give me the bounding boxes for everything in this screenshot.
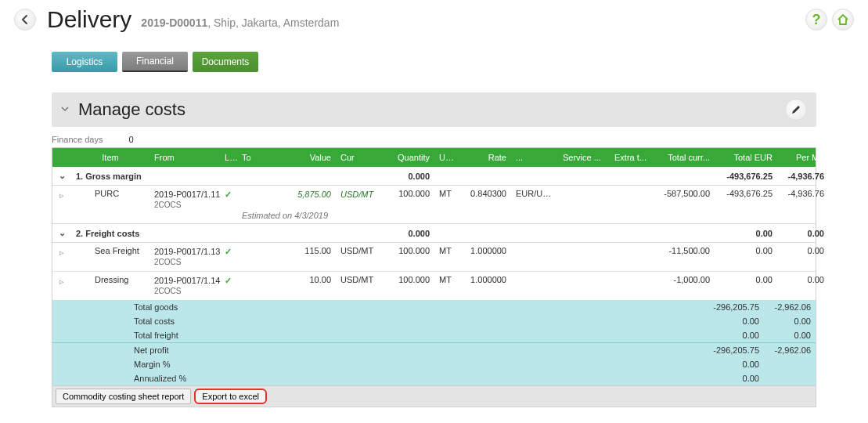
rate-unit: EUR/USD bbox=[511, 189, 558, 198]
value: 115.00 bbox=[281, 246, 336, 255]
summary-pmt: 0.00 bbox=[764, 331, 816, 340]
col-to[interactable]: To bbox=[237, 153, 281, 162]
section-title: Manage costs bbox=[78, 99, 185, 120]
from-line2: 2COCS bbox=[154, 257, 215, 268]
grid-header-row: Item From L... To Value Cur Quantity U..… bbox=[52, 148, 816, 167]
home-button[interactable] bbox=[832, 9, 854, 31]
summary-pmt: 0.00 bbox=[764, 316, 816, 326]
col-rate[interactable]: Rate bbox=[456, 153, 511, 162]
rate: 0.840300 bbox=[456, 189, 511, 198]
chevron-right-icon[interactable]: ▹ bbox=[52, 246, 71, 258]
chevron-down-icon[interactable]: ⌄ bbox=[52, 228, 71, 238]
quantity: 100.000 bbox=[380, 246, 434, 255]
per-mt: 0.00 bbox=[777, 246, 829, 255]
per-mt: -4,936.76 bbox=[777, 189, 829, 198]
estimated-note: Estimated on 4/3/2019 bbox=[242, 211, 328, 220]
from-line1: 2019-P0017/1.13 bbox=[154, 246, 215, 257]
check-icon: ✓ bbox=[225, 246, 232, 257]
summary-total-goods: Total goods -296,205.75 -2,962.06 bbox=[52, 300, 816, 314]
from-line2: 2COCS bbox=[154, 286, 215, 297]
group-row-gross-margin[interactable]: ⌄ 1. Gross margin 0.000 -493,676.25 -4,9… bbox=[52, 167, 816, 186]
summary-eur: 0.00 bbox=[701, 316, 764, 326]
total-curr: -1,000.00 bbox=[652, 275, 715, 284]
group-qty: 0.000 bbox=[380, 172, 434, 181]
col-from[interactable]: From bbox=[149, 153, 220, 162]
col-per-mt[interactable]: Per MT bbox=[777, 153, 829, 162]
unit: MT bbox=[434, 189, 456, 198]
costs-grid: Item From L... To Value Cur Quantity U..… bbox=[52, 147, 816, 386]
back-button[interactable] bbox=[14, 9, 36, 31]
tab-financial[interactable]: Financial bbox=[122, 52, 188, 72]
total-eur: -493,676.25 bbox=[715, 189, 777, 198]
rate: 1.000000 bbox=[456, 275, 511, 284]
total-curr: -587,500.00 bbox=[652, 189, 715, 198]
edit-button[interactable] bbox=[785, 99, 807, 121]
summary-pmt: -2,962.06 bbox=[764, 345, 816, 355]
export-to-excel-button[interactable]: Export to excel bbox=[194, 389, 267, 404]
quantity: 100.000 bbox=[380, 189, 434, 198]
summary-label: Total costs bbox=[134, 316, 267, 326]
col-value[interactable]: Value bbox=[281, 153, 336, 162]
col-total-eur[interactable]: Total EUR bbox=[715, 153, 777, 162]
chevron-down-icon[interactable]: ⌄ bbox=[52, 171, 71, 181]
from-line1: 2019-P0017/1.11 bbox=[154, 189, 215, 200]
group-title: 1. Gross margin bbox=[71, 172, 281, 181]
summary-label: Annualized % bbox=[134, 374, 267, 383]
chevron-right-icon[interactable]: ▹ bbox=[52, 275, 71, 287]
summary-block: Total goods -296,205.75 -2,962.06 Total … bbox=[52, 300, 816, 385]
col-extra[interactable]: Extra t... bbox=[610, 153, 652, 162]
home-icon bbox=[837, 13, 849, 26]
summary-eur: -296,205.75 bbox=[701, 345, 764, 355]
item-name: Dressing bbox=[71, 275, 149, 284]
summary-label: Net profit bbox=[134, 345, 267, 355]
finance-days-label: Finance days bbox=[52, 135, 103, 144]
help-icon: ? bbox=[812, 12, 821, 28]
summary-total-costs: Total costs 0.00 0.00 bbox=[52, 314, 816, 328]
tab-documents[interactable]: Documents bbox=[193, 52, 258, 72]
total-eur: 0.00 bbox=[715, 275, 777, 284]
summary-eur: 0.00 bbox=[701, 331, 764, 340]
col-cur[interactable]: Cur bbox=[336, 153, 380, 162]
group-per-mt: 0.00 bbox=[777, 229, 829, 238]
summary-pmt: -2,962.06 bbox=[764, 302, 816, 312]
data-row-dressing[interactable]: ▹ Dressing 2019-P0017/1.14 2COCS ✓ 10.00… bbox=[52, 272, 816, 300]
group-title: 2. Freight costs bbox=[71, 229, 281, 238]
subtitle-suffix: , Ship, Jakarta, Amsterdam bbox=[207, 16, 339, 29]
col-unit[interactable]: U... bbox=[434, 153, 456, 162]
unit: MT bbox=[434, 275, 456, 284]
finance-days-value: 0 bbox=[129, 135, 134, 144]
summary-total-freight: Total freight 0.00 0.00 bbox=[52, 328, 816, 342]
col-item[interactable]: Item bbox=[71, 153, 149, 162]
col-service[interactable]: Service ... bbox=[558, 153, 610, 162]
commodity-costing-report-button[interactable]: Commodity costing sheet report bbox=[56, 389, 191, 404]
section-collapse-icon[interactable] bbox=[61, 105, 70, 114]
summary-eur: -296,205.75 bbox=[701, 302, 764, 312]
value: 5,875.00 bbox=[286, 189, 331, 200]
currency: USD/MT bbox=[336, 246, 380, 255]
group-per-mt: -4,936.76 bbox=[777, 172, 829, 181]
summary-label: Total freight bbox=[134, 331, 267, 340]
summary-margin: Margin % 0.00 bbox=[52, 357, 816, 371]
check-icon: ✓ bbox=[225, 275, 232, 286]
value: 10.00 bbox=[281, 275, 336, 284]
col-l[interactable]: L... bbox=[220, 153, 237, 162]
tab-logistics[interactable]: Logistics bbox=[52, 52, 117, 72]
total-curr: -11,500.00 bbox=[652, 246, 715, 255]
unit: MT bbox=[434, 246, 456, 255]
pencil-icon bbox=[791, 104, 801, 115]
item-name: PURC bbox=[71, 189, 149, 198]
summary-label: Total goods bbox=[134, 302, 267, 312]
summary-eur: 0.00 bbox=[701, 360, 764, 369]
currency: USD/MT bbox=[336, 275, 380, 284]
delivery-code: 2019-D00011 bbox=[141, 16, 207, 29]
currency: USD/MT bbox=[340, 189, 375, 200]
chevron-right-icon[interactable]: ▹ bbox=[52, 189, 71, 201]
group-total-eur: -493,676.25 bbox=[715, 172, 777, 181]
col-rate-unit[interactable]: ... bbox=[511, 153, 558, 162]
group-row-freight-costs[interactable]: ⌄ 2. Freight costs 0.000 0.00 0.00 bbox=[52, 224, 816, 243]
col-quantity[interactable]: Quantity bbox=[380, 153, 434, 162]
section-header: Manage costs bbox=[52, 92, 816, 127]
data-row-sea-freight[interactable]: ▹ Sea Freight 2019-P0017/1.13 2COCS ✓ 11… bbox=[52, 243, 816, 272]
col-total-curr[interactable]: Total curr... bbox=[652, 153, 715, 162]
help-button[interactable]: ? bbox=[805, 9, 827, 31]
